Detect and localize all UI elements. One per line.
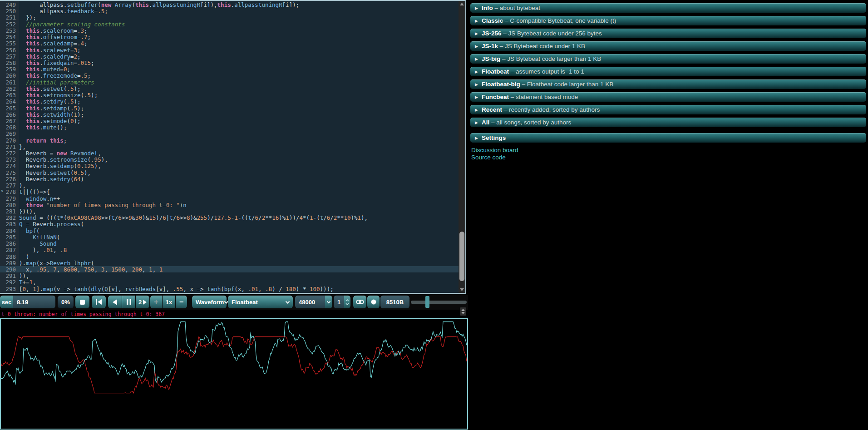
code-line[interactable]: throw "number of times passing through t… xyxy=(19,202,459,208)
code-line[interactable]: Sound = (((t*(0xCA98CA98>>(t/6>>9&30)&15… xyxy=(19,214,459,221)
code-line[interactable]: })(), xyxy=(19,208,459,214)
stop-button[interactable] xyxy=(75,296,89,308)
code-line[interactable]: bpf( xyxy=(19,227,459,234)
volume-slider-track[interactable] xyxy=(411,301,467,304)
code-line[interactable]: this.setwidth(1); xyxy=(19,111,459,118)
code-line[interactable]: this.muted=0; xyxy=(19,66,459,72)
volume-slider[interactable] xyxy=(411,296,467,308)
code-line[interactable]: return this; xyxy=(19,137,459,143)
fold-marker-icon[interactable]: v xyxy=(1,188,3,193)
sample-rate-input[interactable]: 48000 xyxy=(295,296,325,308)
volume-percent-button[interactable]: 0% xyxy=(58,296,74,308)
library-section-classic[interactable]: ▶Classic – C-compatible Bytebeat, one va… xyxy=(470,16,866,25)
editor-code-area[interactable]: allpass.setbuffer(new Array(this.allpass… xyxy=(19,1,459,293)
code-line[interactable]: allpass.feedback=.5; xyxy=(19,8,459,14)
skip-to-start-button[interactable] xyxy=(92,296,106,308)
library-section-name: JS-256 xyxy=(482,30,502,37)
gutter-line-number: 280 xyxy=(0,202,19,208)
code-line[interactable]: this.setroomsize(.5); xyxy=(19,92,459,98)
library-section-js-256[interactable]: ▶JS-256 – JS Bytebeat code under 256 byt… xyxy=(470,29,866,38)
code-line[interactable]: ).map(x=>Reverb_lhphr( xyxy=(19,260,459,266)
library-section-info[interactable]: ▶Info – about bytebeat xyxy=(470,3,866,13)
code-line[interactable]: this.fixedgain=.015; xyxy=(19,59,459,66)
source-code-link[interactable]: Source code xyxy=(471,154,866,161)
spinner-down-icon[interactable] xyxy=(345,303,349,305)
speed-decrease-button[interactable]: − xyxy=(176,296,187,308)
code-line[interactable]: this.scaleroom=.3; xyxy=(19,27,459,34)
code-line[interactable]: this.setwet(.5); xyxy=(19,85,459,92)
library-section-floatbeat[interactable]: ▶Floatbeat – assumes output is -1 to 1 xyxy=(470,67,866,76)
code-line[interactable]: this.mute(); xyxy=(19,124,459,130)
code-line[interactable]: this.offsetroom=.7; xyxy=(19,34,459,40)
code-line[interactable]: }, xyxy=(19,143,459,150)
spinner-up-icon[interactable] xyxy=(345,299,349,301)
library-section-js-1k[interactable]: ▶JS-1k – JS Bytebeat code under 1 KB xyxy=(470,41,866,51)
code-line[interactable]: //initial parameters xyxy=(19,79,459,85)
code-line[interactable]: Reverb.setwet(0.5), xyxy=(19,169,459,176)
scrollbar-down-arrow-icon[interactable] xyxy=(459,287,465,293)
code-line[interactable]: Q = Reverb.process( xyxy=(19,221,459,227)
fast-forward-button[interactable]: 2 xyxy=(136,296,149,308)
code-line[interactable]: ), .01, .8 xyxy=(19,247,459,253)
scrollbar-thumb[interactable] xyxy=(459,232,464,281)
scrollbar-up-arrow-icon[interactable] xyxy=(459,1,465,7)
code-line[interactable]: this.freezemode=.5; xyxy=(19,72,459,79)
library-section-floatbeat-big[interactable]: ▶Floatbeat-big – Floatbeat code larger t… xyxy=(470,79,866,89)
code-line[interactable]: x, .95, 7, 8600, 750, 3, 1500, 200, 1, 1 xyxy=(19,266,459,272)
code-line[interactable]: ​ xyxy=(19,130,459,137)
code-line[interactable]: allpass.setbuffer(new Array(this.allpass… xyxy=(19,1,459,8)
stepper-down-icon xyxy=(461,312,465,314)
library-section-description: – assumes output is -1 to 1 xyxy=(509,68,584,75)
code-line[interactable]: Reverb.setdamp(0.125), xyxy=(19,163,459,169)
code-line[interactable]: this.scaledamp=.4; xyxy=(19,40,459,46)
code-line[interactable]: this.scalewet=3; xyxy=(19,47,459,53)
gutter-line-number: 249 xyxy=(0,1,19,8)
playback-rate-stepper[interactable] xyxy=(344,296,350,308)
error-message: t=0 thrown: number of times passing thro… xyxy=(1,311,165,317)
code-line[interactable]: KillNaN( xyxy=(19,234,459,240)
loop-button[interactable] xyxy=(353,296,366,308)
library-section-funcbeat[interactable]: ▶Funcbeat – statement based mode xyxy=(470,92,866,102)
code-line[interactable]: this.setmode(0); xyxy=(19,118,459,124)
editor-scrollbar[interactable] xyxy=(459,1,465,293)
code-line[interactable]: }); xyxy=(19,14,459,20)
code-line[interactable]: ) xyxy=(19,253,459,260)
playback-rate-input[interactable]: 1 xyxy=(334,296,344,308)
speed-increase-button[interactable]: + xyxy=(150,296,162,308)
play-reverse-button[interactable] xyxy=(108,296,122,308)
code-line[interactable]: Reverb.setdry(64) xyxy=(19,176,459,182)
code-line[interactable]: this.scaledry=2; xyxy=(19,53,459,59)
mode-select[interactable]: Floatbeat xyxy=(228,296,293,308)
code-line[interactable]: t||(()=>{ xyxy=(19,188,459,195)
code-line[interactable]: this.setdry(.5); xyxy=(19,98,459,104)
gutter-line-number: 263 xyxy=(0,92,19,98)
pause-button[interactable] xyxy=(122,296,135,308)
code-line[interactable]: [0, 1].map(v => tanh(dly(Q[v], rvrbHeads… xyxy=(19,286,459,292)
code-line[interactable]: window.n++ xyxy=(19,195,459,202)
code-line[interactable]: Reverb = new Revmodel, xyxy=(19,150,459,156)
scope-resize-stepper[interactable] xyxy=(460,307,466,316)
code-line[interactable]: //parameter scaling constants xyxy=(19,21,459,27)
code-line[interactable]: )), xyxy=(19,272,459,279)
discussion-board-link[interactable]: Discussion board xyxy=(471,147,866,154)
library-section-recent[interactable]: ▶Recent – recently added, sorted by auth… xyxy=(470,105,866,114)
code-line[interactable]: ), xyxy=(19,182,459,188)
library-section-all[interactable]: ▶All – all songs, sorted by authors xyxy=(470,118,866,127)
chevron-down-icon xyxy=(326,301,331,304)
code-line[interactable]: this.setdamp(.5); xyxy=(19,105,459,111)
code-line[interactable]: Sound xyxy=(19,240,459,247)
time-input[interactable] xyxy=(13,296,55,308)
sample-rate-dropdown-arrow[interactable] xyxy=(325,296,332,308)
code-line[interactable]: Reverb.setroomsize(.95), xyxy=(19,156,459,163)
gutter-line-number: 258 xyxy=(0,59,19,66)
library-section-js-big[interactable]: ▶JS-big – JS Bytebeat code larger than 1… xyxy=(470,54,866,64)
time-unit-button[interactable]: sec xyxy=(0,296,13,308)
gutter-line-number: 268 xyxy=(0,124,19,130)
library-section-settings[interactable]: ▶Settings xyxy=(470,133,866,143)
code-editor[interactable]: 2492502512522532542552562572582592602612… xyxy=(0,0,466,294)
record-button[interactable] xyxy=(367,296,380,308)
volume-slider-thumb[interactable] xyxy=(425,296,429,308)
gutter-line-number: 251 xyxy=(0,14,19,20)
code-line[interactable]: T+=1, xyxy=(19,279,459,285)
waveform-select[interactable]: Waveform xyxy=(192,296,227,308)
